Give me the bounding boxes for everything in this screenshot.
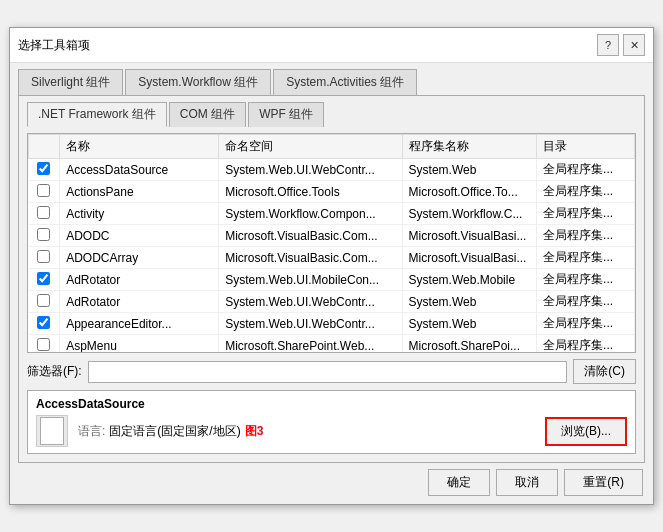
row-directory: 全局程序集... — [537, 269, 635, 291]
row-name: AspMenu — [60, 335, 219, 354]
row-name: AdRotator — [60, 291, 219, 313]
row-checkbox-cell — [29, 291, 60, 313]
info-title: AccessDataSource — [36, 397, 627, 411]
row-directory: 全局程序集... — [537, 247, 635, 269]
help-button[interactable]: ? — [597, 34, 619, 56]
info-lang-value: 固定语言(固定国家/地区) — [109, 423, 240, 440]
table-row: ActionsPaneMicrosoft.Office.ToolsMicroso… — [29, 181, 635, 203]
row-checkbox-cell — [29, 181, 60, 203]
ok-button[interactable]: 确定 — [428, 469, 490, 496]
row-namespace: System.Web.UI.WebContr... — [219, 313, 402, 335]
row-assembly: System.Web — [402, 159, 537, 181]
info-icon — [36, 415, 68, 447]
tab-workflow[interactable]: System.Workflow 组件 — [125, 69, 271, 95]
bottom-bar: 确定 取消 重置(R) — [10, 463, 653, 504]
row-name: ActionsPane — [60, 181, 219, 203]
row-checkbox[interactable] — [37, 250, 50, 263]
table-row: ADODCArrayMicrosoft.VisualBasic.Com...Mi… — [29, 247, 635, 269]
components-table: 名称 命名空间 程序集名称 目录 AccessDataSourceSystem.… — [28, 134, 635, 353]
row-checkbox-cell — [29, 269, 60, 291]
row-checkbox-cell — [29, 159, 60, 181]
sub-tabs: .NET Framework 组件 COM 组件 WPF 组件 — [27, 102, 636, 127]
table-row: AppearanceEditor...System.Web.UI.WebCont… — [29, 313, 635, 335]
row-name: ADODC — [60, 225, 219, 247]
table-row: AdRotatorSystem.Web.UI.WebContr...System… — [29, 291, 635, 313]
close-button[interactable]: ✕ — [623, 34, 645, 56]
row-checkbox[interactable] — [37, 338, 50, 351]
table-row: AccessDataSourceSystem.Web.UI.WebContr..… — [29, 159, 635, 181]
table-row: ActivitySystem.Workflow.Compon...System.… — [29, 203, 635, 225]
info-lang-label: 语言: — [78, 423, 105, 440]
row-assembly: Microsoft.VisualBasi... — [402, 247, 537, 269]
row-assembly: System.Workflow.C... — [402, 203, 537, 225]
row-checkbox[interactable] — [37, 272, 50, 285]
row-checkbox[interactable] — [37, 316, 50, 329]
row-directory: 全局程序集... — [537, 313, 635, 335]
row-assembly: Microsoft.SharePoi... — [402, 335, 537, 354]
info-panel: AccessDataSource 语言: 固定语言(固定国家/地区) 图3 浏览… — [27, 390, 636, 454]
col-header-dir: 目录 — [537, 135, 635, 159]
tab-silverlight[interactable]: Silverlight 组件 — [18, 69, 123, 95]
row-namespace: Microsoft.VisualBasic.Com... — [219, 225, 402, 247]
row-checkbox[interactable] — [37, 162, 50, 175]
row-checkbox[interactable] — [37, 206, 50, 219]
content-area: .NET Framework 组件 COM 组件 WPF 组件 名称 命名空间 … — [18, 95, 645, 463]
row-namespace: Microsoft.VisualBasic.Com... — [219, 247, 402, 269]
row-checkbox[interactable] — [37, 228, 50, 241]
info-details: 语言: 固定语言(固定国家/地区) 图3 — [78, 423, 535, 440]
row-name: ADODCArray — [60, 247, 219, 269]
tab-activities[interactable]: System.Activities 组件 — [273, 69, 417, 95]
filter-clear-button[interactable]: 清除(C) — [573, 359, 636, 384]
col-header-name: 名称 — [60, 135, 219, 159]
title-bar: 选择工具箱项 ? ✕ — [10, 28, 653, 63]
row-assembly: System.Web.Mobile — [402, 269, 537, 291]
row-checkbox[interactable] — [37, 184, 50, 197]
col-header-ns: 命名空间 — [219, 135, 402, 159]
col-header-asm: 程序集名称 — [402, 135, 537, 159]
reset-button[interactable]: 重置(R) — [564, 469, 643, 496]
info-lang-row: 语言: 固定语言(固定国家/地区) 图3 — [78, 423, 535, 440]
row-directory: 全局程序集... — [537, 291, 635, 313]
col-header-check — [29, 135, 60, 159]
filter-label: 筛选器(F): — [27, 363, 82, 380]
filter-input[interactable] — [88, 361, 568, 383]
dialog-title: 选择工具箱项 — [18, 37, 90, 54]
row-checkbox-cell — [29, 247, 60, 269]
row-directory: 全局程序集... — [537, 335, 635, 354]
filter-row: 筛选器(F): 清除(C) — [27, 359, 636, 384]
cancel-button[interactable]: 取消 — [496, 469, 558, 496]
info-body: 语言: 固定语言(固定国家/地区) 图3 浏览(B)... — [36, 415, 627, 447]
row-checkbox-cell — [29, 225, 60, 247]
row-checkbox-cell — [29, 313, 60, 335]
row-namespace: System.Web.UI.WebContr... — [219, 159, 402, 181]
sub-tab-wpf[interactable]: WPF 组件 — [248, 102, 324, 127]
sub-tab-dotnet[interactable]: .NET Framework 组件 — [27, 102, 167, 127]
table-row: AdRotatorSystem.Web.UI.MobileCon...Syste… — [29, 269, 635, 291]
row-name: AdRotator — [60, 269, 219, 291]
row-assembly: System.Web — [402, 291, 537, 313]
row-namespace: System.Workflow.Compon... — [219, 203, 402, 225]
row-checkbox[interactable] — [37, 294, 50, 307]
top-tabs-row: Silverlight 组件 System.Workflow 组件 System… — [18, 69, 645, 95]
row-name: AccessDataSource — [60, 159, 219, 181]
row-namespace: System.Web.UI.MobileCon... — [219, 269, 402, 291]
row-name: Activity — [60, 203, 219, 225]
components-table-container[interactable]: 名称 命名空间 程序集名称 目录 AccessDataSourceSystem.… — [27, 133, 636, 353]
row-directory: 全局程序集... — [537, 225, 635, 247]
title-buttons: ? ✕ — [597, 34, 645, 56]
row-directory: 全局程序集... — [537, 203, 635, 225]
row-directory: 全局程序集... — [537, 159, 635, 181]
row-checkbox-cell — [29, 335, 60, 354]
row-assembly: Microsoft.Office.To... — [402, 181, 537, 203]
browse-button[interactable]: 浏览(B)... — [545, 417, 627, 446]
row-namespace: Microsoft.Office.Tools — [219, 181, 402, 203]
row-assembly: System.Web — [402, 313, 537, 335]
info-icon-inner — [40, 417, 64, 445]
table-row: AspMenuMicrosoft.SharePoint.Web...Micros… — [29, 335, 635, 354]
row-checkbox-cell — [29, 203, 60, 225]
sub-tab-com[interactable]: COM 组件 — [169, 102, 246, 127]
info-fig-text: 图3 — [245, 423, 264, 440]
row-namespace: System.Web.UI.WebContr... — [219, 291, 402, 313]
row-name: AppearanceEditor... — [60, 313, 219, 335]
table-row: ADODCMicrosoft.VisualBasic.Com...Microso… — [29, 225, 635, 247]
